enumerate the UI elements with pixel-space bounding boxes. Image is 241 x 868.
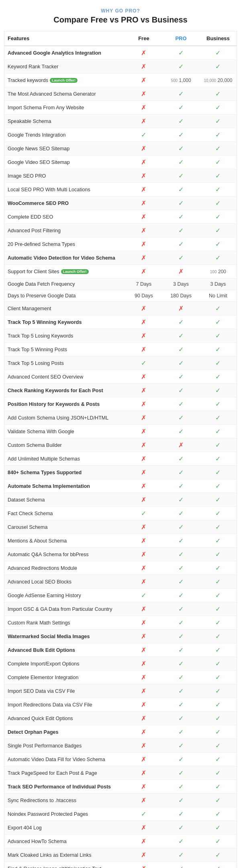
pro-cell: ✓ bbox=[162, 616, 200, 630]
business-cell: ✓ bbox=[200, 224, 237, 237]
pro-cell: ✓ bbox=[162, 821, 200, 835]
free-cell: ✗ bbox=[125, 602, 163, 616]
free-cell: ✗ bbox=[125, 370, 163, 384]
pro-cell: ✓ bbox=[162, 671, 200, 684]
pro-cell: ✓ bbox=[162, 101, 200, 115]
business-cell: ✓ bbox=[200, 862, 237, 868]
feature-cell: Track PageSpeed for Each Post & Page bbox=[4, 766, 125, 780]
table-row: The Most Advanced Schema Generator ✗ ✓ ✓ bbox=[4, 87, 237, 101]
free-cell: ✗ bbox=[125, 766, 163, 780]
business-cell: ✓ bbox=[200, 753, 237, 766]
table-row: Complete EDD SEO ✗ ✓ ✓ bbox=[4, 210, 237, 224]
free-cell: ✗ bbox=[125, 561, 163, 575]
business-cell: ✓ bbox=[200, 60, 237, 74]
feature-cell: Detect Orphan Pages bbox=[4, 725, 125, 739]
table-row: Advanced HowTo Schema ✗ ✓ ✓ bbox=[4, 835, 237, 848]
free-cell: ✗ bbox=[125, 224, 163, 237]
business-cell: ✓ bbox=[200, 657, 237, 671]
feature-cell: Support for Client SitesLaunch Offer! bbox=[4, 265, 125, 278]
free-cell: ✓ bbox=[125, 356, 163, 370]
feature-cell: Days to Preserve Google Data bbox=[4, 290, 125, 302]
pro-cell: ✓ bbox=[162, 493, 200, 507]
feature-cell: Advanced Bulk Edit Options bbox=[4, 643, 125, 657]
table-row: Dataset Schema ✗ ✓ ✓ bbox=[4, 493, 237, 507]
feature-cell: Import Schema From Any Website bbox=[4, 101, 125, 115]
pro-cell: ✓ bbox=[162, 169, 200, 183]
pro-cell: ✓ bbox=[162, 210, 200, 224]
free-cell: ✗ bbox=[125, 698, 163, 712]
pro-cell: ✓ bbox=[162, 657, 200, 671]
pro-cell: ✓ bbox=[162, 60, 200, 74]
pro-cell: ✓ bbox=[162, 835, 200, 848]
business-cell: ✓ bbox=[200, 384, 237, 397]
business-cell: ✓ bbox=[200, 128, 237, 142]
business-cell: ✓ bbox=[200, 780, 237, 794]
pro-cell: ✓ bbox=[162, 739, 200, 753]
pro-cell: ✓ bbox=[162, 575, 200, 589]
free-cell: 7 Days bbox=[125, 278, 163, 290]
table-row: Google Data Fetch Frequency 7 Days 3 Day… bbox=[4, 278, 237, 290]
business-cell: ✓ bbox=[200, 534, 237, 548]
pro-cell: ✗ bbox=[162, 265, 200, 278]
business-cell: ✓ bbox=[200, 725, 237, 739]
free-cell: ✗ bbox=[125, 616, 163, 630]
feature-cell: Mark Cloaked Links as External Links bbox=[4, 848, 125, 862]
feature-cell: Check Ranking Keywords for Each Post bbox=[4, 384, 125, 397]
pro-cell: ✗ bbox=[162, 302, 200, 315]
feature-cell: Custom Rank Math Settings bbox=[4, 616, 125, 630]
table-row: Detect Orphan Pages ✗ ✓ ✓ bbox=[4, 725, 237, 739]
comparison-table: Features Free PRO Business Advanced Goog… bbox=[4, 31, 237, 868]
pro-cell: ✓ bbox=[162, 698, 200, 712]
table-row: Track PageSpeed for Each Post & Page ✗ ✓… bbox=[4, 766, 237, 780]
feature-cell: Fact Check Schema bbox=[4, 507, 125, 520]
table-row: Google AdSense Earning History ✓ ✓ ✓ bbox=[4, 589, 237, 602]
free-cell: ✗ bbox=[125, 712, 163, 725]
business-cell: ✓ bbox=[200, 602, 237, 616]
pro-cell: ✗ bbox=[162, 438, 200, 452]
feature-cell: Google Data Fetch Frequency bbox=[4, 278, 125, 290]
free-cell: ✗ bbox=[125, 397, 163, 411]
feature-cell: Export 404 Log bbox=[4, 821, 125, 835]
table-row: 20 Pre-defined Schema Types ✗ ✓ ✓ bbox=[4, 237, 237, 251]
feature-cell: Google News SEO Sitemap bbox=[4, 142, 125, 156]
col-business: Business bbox=[200, 31, 237, 46]
feature-cell: Advanced Post Filtering bbox=[4, 224, 125, 237]
pro-cell: ✓ bbox=[162, 397, 200, 411]
table-row: Single Post Performance Badges ✗ ✓ ✓ bbox=[4, 739, 237, 753]
table-row: Import GSC & GA Data from Particular Cou… bbox=[4, 602, 237, 616]
business-cell: ✓ bbox=[200, 156, 237, 169]
pro-cell: ✓ bbox=[162, 753, 200, 766]
pro-cell: ✓ bbox=[162, 142, 200, 156]
table-row: Days to Preserve Google Data 90 Days 180… bbox=[4, 290, 237, 302]
pro-cell: ✓ bbox=[162, 725, 200, 739]
table-row: Advanced Redirections Module ✗ ✓ ✓ bbox=[4, 561, 237, 575]
feature-cell: Import GSC & GA Data from Particular Cou… bbox=[4, 602, 125, 616]
table-row: Automatic Video Data Fill for Video Sche… bbox=[4, 753, 237, 766]
pro-cell: ✓ bbox=[162, 712, 200, 725]
pro-cell: ✓ bbox=[162, 329, 200, 343]
feature-cell: Add Unlimited Multiple Schemas bbox=[4, 452, 125, 466]
page-title: Compare Free vs PRO vs Business bbox=[4, 15, 237, 25]
col-pro: PRO bbox=[162, 31, 200, 46]
business-cell: ✓ bbox=[200, 794, 237, 807]
pro-cell: ✓ bbox=[162, 630, 200, 643]
free-cell: ✓ bbox=[125, 128, 163, 142]
table-row: Noindex Password Protected Pages ✓ ✓ ✓ bbox=[4, 807, 237, 821]
free-cell: ✗ bbox=[125, 493, 163, 507]
col-free: Free bbox=[125, 31, 163, 46]
business-cell: ✓ bbox=[200, 507, 237, 520]
feature-cell: Complete Import/Export Options bbox=[4, 657, 125, 671]
pro-cell: ✓ bbox=[162, 411, 200, 425]
col-features: Features bbox=[4, 31, 125, 46]
table-row: Track Top 5 Winning Keywords ✗ ✓ ✓ bbox=[4, 315, 237, 329]
business-cell: ✓ bbox=[200, 548, 237, 561]
business-cell: ✓ bbox=[200, 356, 237, 370]
pro-cell: ✓ bbox=[162, 156, 200, 169]
pro-cell: ✓ bbox=[162, 602, 200, 616]
business-cell: ✓ bbox=[200, 169, 237, 183]
business-cell: ✓ bbox=[200, 684, 237, 698]
feature-cell: Position History for Keywords & Posts bbox=[4, 397, 125, 411]
table-row: Track Top 5 Losing Keywords ✗ ✓ ✓ bbox=[4, 329, 237, 343]
table-row: Track SEO Performance of Individual Post… bbox=[4, 780, 237, 794]
free-cell: ✗ bbox=[125, 183, 163, 197]
